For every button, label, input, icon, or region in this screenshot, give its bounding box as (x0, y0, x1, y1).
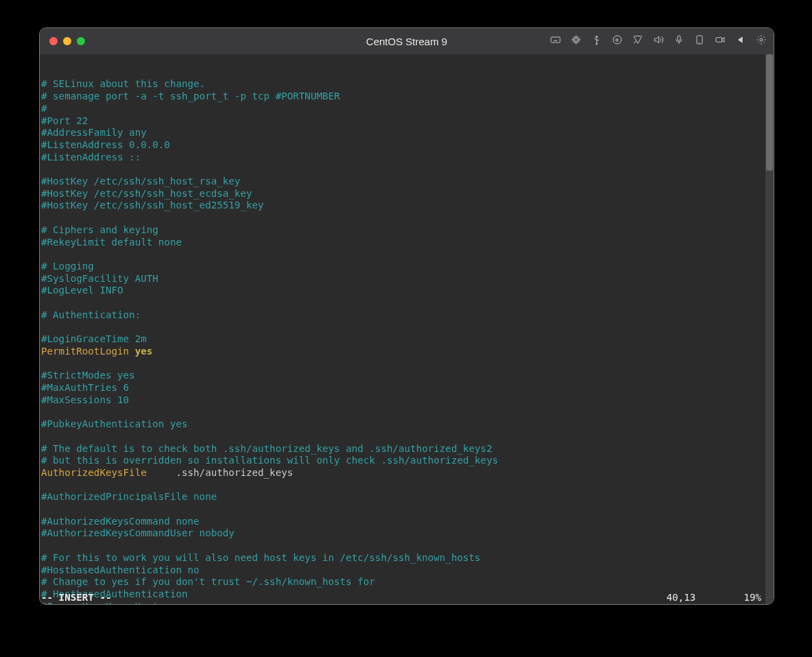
editor-line: #ListenAddress :: (41, 152, 774, 164)
editor-content[interactable]: # SELinux about this change.# semanage p… (40, 78, 774, 604)
toolbar-icons (550, 34, 767, 48)
gear-icon[interactable] (756, 34, 767, 48)
editor-line: #MaxAuthTries 6 (41, 382, 774, 394)
svg-marker-24 (722, 38, 724, 43)
editor-line: #HostKey /etc/ssh/ssh_host_ed25519_key (41, 200, 774, 212)
cpu-icon[interactable] (571, 34, 582, 48)
camera-icon[interactable] (715, 34, 726, 48)
editor-line: # (41, 103, 774, 115)
minimize-icon[interactable] (63, 37, 71, 45)
editor-line: #Port 22 (41, 115, 774, 128)
svg-line-17 (634, 40, 636, 43)
editor-line: # Ciphers and keying (41, 224, 774, 237)
editor-line (41, 163, 774, 176)
editor-line (41, 540, 774, 552)
editor-line: #StrictModes yes (41, 370, 774, 382)
editor-line: # The default is to check both .ssh/auth… (41, 443, 774, 455)
titlebar: CentOS Stream 9 (40, 28, 774, 54)
editor-line (41, 358, 774, 370)
editor-line (41, 212, 774, 224)
svg-rect-6 (573, 37, 579, 43)
editor-line (41, 431, 774, 443)
editor-line: #AuthorizedPrincipalsFile none (41, 491, 774, 503)
editor-line (41, 297, 774, 309)
cursor-position: 40,13 (667, 592, 744, 604)
traffic-lights (40, 37, 85, 45)
editor-line: #SyslogFacility AUTH (41, 273, 774, 285)
editor-line: # Authentication: (41, 309, 774, 322)
editor-line (41, 406, 774, 418)
editor-line: #HostKey /etc/ssh/ssh_host_ecdsa_key (41, 188, 774, 200)
editor-line: #MaxSessions 10 (41, 394, 774, 407)
editor-line: # Logging (41, 261, 774, 273)
svg-rect-0 (551, 37, 560, 43)
mic-icon[interactable] (673, 34, 684, 48)
speaker-icon[interactable] (653, 34, 664, 48)
usb-icon[interactable] (591, 34, 602, 48)
editor-line: # For this to work you will also need ho… (41, 552, 774, 564)
scrollbar-thumb[interactable] (766, 54, 773, 171)
keyboard-icon[interactable] (550, 34, 561, 48)
editor-line: #AddressFamily any (41, 127, 774, 139)
editor-line: #ListenAddress 0.0.0.0 (41, 139, 774, 152)
editor-line: #HostKey /etc/ssh/ssh_host_rsa_key (41, 176, 774, 188)
network-icon[interactable] (632, 34, 643, 48)
editor-line: #LogLevel INFO (41, 285, 774, 297)
svg-marker-18 (655, 36, 659, 43)
editor-status-bar: -- INSERT -- 40,13 19% (40, 592, 765, 604)
editor-line: AuthorizedKeysFile .ssh/authorized_keys (41, 467, 774, 479)
terminal-area[interactable]: # SELinux about this change.# semanage p… (40, 54, 774, 604)
editor-line: # Change to yes if you don't trust ~/.ss… (41, 576, 774, 588)
svg-marker-25 (738, 36, 743, 43)
editor-line (41, 479, 774, 492)
svg-point-26 (760, 38, 763, 41)
editor-line: # SELinux about this change. (41, 78, 774, 91)
scroll-percent: 19% (743, 592, 765, 604)
svg-point-14 (613, 36, 621, 44)
editor-line: #PubkeyAuthentication yes (41, 418, 774, 431)
editor-line: #AuthorizedKeysCommand none (41, 516, 774, 528)
svg-point-15 (617, 39, 619, 41)
scrollbar-track[interactable] (765, 54, 774, 604)
disc-icon[interactable] (612, 34, 623, 48)
editor-line: # semanage port -a -t ssh_port_t -p tcp … (41, 91, 774, 103)
play-left-icon[interactable] (735, 34, 746, 48)
close-icon[interactable] (49, 37, 58, 45)
tablet-icon[interactable] (694, 34, 705, 48)
zoom-icon[interactable] (77, 37, 85, 45)
svg-rect-19 (678, 36, 680, 40)
editor-line: #HostbasedAuthentication no (41, 564, 774, 577)
editor-line: # but this is overridden so installation… (41, 455, 774, 467)
svg-rect-7 (575, 38, 577, 41)
editor-line (41, 503, 774, 516)
editor-line: #AuthorizedKeysCommandUser nobody (41, 527, 774, 540)
editor-line (41, 248, 774, 261)
editor-line: #LoginGraceTime 2m (41, 333, 774, 346)
svg-rect-23 (716, 38, 722, 43)
vm-window: CentOS Stream 9 # SELinux about this cha… (39, 27, 774, 605)
editor-line: #RekeyLimit default none (41, 237, 774, 249)
editor-line (41, 321, 774, 333)
editor-line: PermitRootLogin yes (41, 346, 774, 358)
editor-mode: -- INSERT -- (40, 592, 112, 604)
